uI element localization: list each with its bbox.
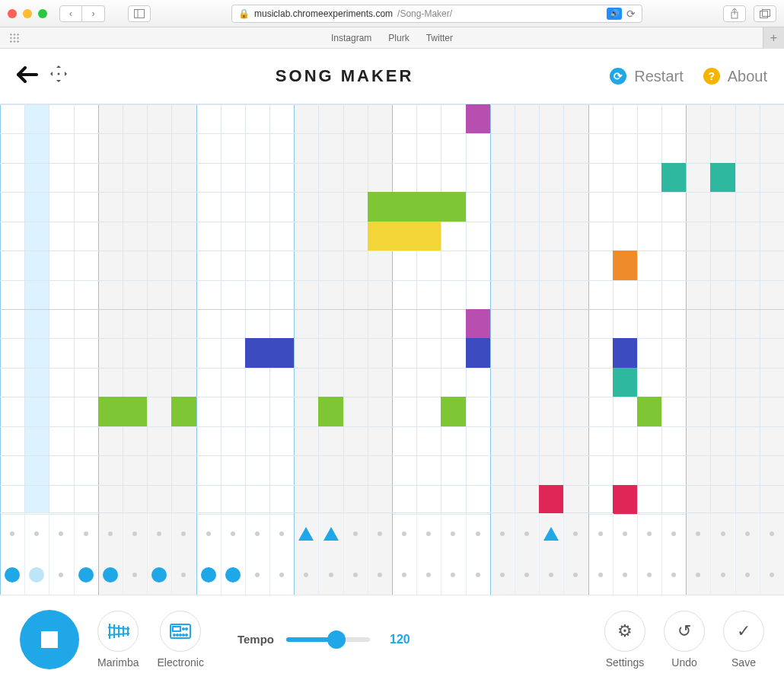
perc-cell-bottom[interactable] (671, 573, 676, 577)
perc-cell-top[interactable] (476, 531, 480, 536)
perc-cell-bottom[interactable] (524, 573, 529, 577)
perc-cell-bottom[interactable] (500, 573, 505, 577)
rhythm-instrument-button[interactable]: Electronic (157, 611, 203, 669)
app-back-button[interactable] (17, 64, 40, 88)
perc-cell-top[interactable] (323, 527, 339, 541)
perc-cell-bottom[interactable] (201, 567, 216, 582)
new-tab-button[interactable]: + (763, 27, 784, 49)
perc-cell-top[interactable] (696, 531, 700, 536)
perc-cell-top[interactable] (10, 531, 14, 536)
perc-cell-top[interactable] (132, 531, 137, 536)
favorite-link[interactable]: Instagram (331, 33, 371, 43)
perc-cell-bottom[interactable] (29, 567, 44, 582)
perc-cell-top[interactable] (255, 531, 260, 536)
minimize-window-icon[interactable] (23, 9, 32, 18)
perc-cell-bottom[interactable] (181, 573, 186, 577)
perc-cell-bottom[interactable] (647, 573, 652, 577)
perc-cell-top[interactable] (647, 531, 652, 536)
perc-cell-bottom[interactable] (598, 573, 603, 577)
note-cell[interactable] (661, 163, 686, 192)
close-window-icon[interactable] (8, 9, 17, 18)
note-cell[interactable] (416, 222, 441, 251)
perc-cell-bottom[interactable] (103, 567, 118, 582)
perc-cell-bottom[interactable] (225, 567, 241, 582)
note-cell[interactable] (613, 251, 637, 279)
perc-cell-bottom[interactable] (451, 573, 455, 577)
note-cell[interactable] (539, 485, 563, 514)
perc-cell-bottom[interactable] (745, 573, 750, 577)
note-cell[interactable] (368, 192, 392, 221)
reload-button[interactable]: ⟳ (626, 8, 636, 20)
show-tabs-button[interactable] (754, 5, 776, 22)
share-button[interactable] (723, 5, 746, 22)
perc-cell-bottom[interactable] (378, 573, 382, 577)
note-cell[interactable] (613, 485, 637, 514)
perc-cell-bottom[interactable] (279, 573, 284, 577)
settings-button[interactable]: ⚙ Settings (604, 611, 645, 669)
perc-cell-bottom[interactable] (549, 573, 553, 577)
note-cell[interactable] (613, 338, 637, 367)
address-bar[interactable]: 🔒 musiclab.chromeexperiments.com/Song-Ma… (231, 5, 642, 23)
perc-cell-top[interactable] (451, 531, 455, 536)
perc-cell-bottom[interactable] (770, 573, 774, 577)
note-cell[interactable] (392, 192, 416, 221)
perc-cell-bottom[interactable] (255, 573, 260, 577)
perc-cell-top[interactable] (298, 527, 314, 541)
note-cell[interactable] (466, 309, 490, 338)
note-cell[interactable] (613, 368, 637, 397)
perc-cell-top[interactable] (378, 531, 382, 536)
perc-cell-top[interactable] (157, 531, 161, 536)
favorite-link[interactable]: Twitter (426, 33, 453, 43)
sidebar-toggle-button[interactable] (128, 5, 151, 22)
perc-cell-bottom[interactable] (573, 573, 578, 577)
apps-grid-icon[interactable] (9, 33, 20, 43)
perc-cell-top[interactable] (745, 531, 750, 536)
melody-grid[interactable] (0, 104, 784, 513)
note-cell[interactable] (123, 397, 147, 426)
pan-tool-button[interactable] (49, 64, 79, 88)
perc-cell-top[interactable] (543, 527, 559, 541)
perc-cell-bottom[interactable] (402, 573, 406, 577)
note-cell[interactable] (392, 222, 416, 251)
perc-cell-top[interactable] (181, 531, 186, 536)
perc-cell-bottom[interactable] (78, 567, 94, 582)
undo-button[interactable]: ↺ Undo (664, 611, 705, 669)
perc-cell-top[interactable] (623, 531, 627, 536)
perc-cell-top[interactable] (108, 531, 113, 536)
perc-cell-top[interactable] (206, 531, 211, 536)
melody-instrument-button[interactable]: Marimba (97, 611, 139, 669)
perc-cell-bottom[interactable] (132, 573, 137, 577)
forward-button[interactable]: › (82, 5, 105, 22)
note-cell[interactable] (245, 338, 269, 367)
perc-cell-top[interactable] (279, 531, 284, 536)
perc-cell-top[interactable] (524, 531, 529, 536)
note-cell[interactable] (171, 397, 196, 426)
note-cell[interactable] (466, 338, 490, 367)
note-cell[interactable] (441, 397, 465, 426)
note-cell[interactable] (318, 397, 343, 426)
perc-cell-bottom[interactable] (353, 573, 358, 577)
perc-cell-top[interactable] (671, 531, 676, 536)
perc-cell-top[interactable] (84, 531, 88, 536)
perc-cell-top[interactable] (34, 531, 39, 536)
perc-cell-bottom[interactable] (329, 573, 333, 577)
perc-cell-bottom[interactable] (5, 567, 20, 582)
perc-cell-bottom[interactable] (304, 573, 308, 577)
perc-cell-bottom[interactable] (59, 573, 63, 577)
perc-cell-bottom[interactable] (151, 567, 167, 582)
perc-cell-top[interactable] (770, 531, 774, 536)
perc-cell-top[interactable] (353, 531, 358, 536)
perc-cell-top[interactable] (402, 531, 406, 536)
favorite-link[interactable]: Plurk (388, 33, 409, 43)
perc-cell-bottom[interactable] (721, 573, 725, 577)
play-stop-button[interactable] (20, 610, 79, 669)
back-button[interactable]: ‹ (59, 5, 82, 22)
perc-cell-top[interactable] (573, 531, 578, 536)
perc-cell-bottom[interactable] (623, 573, 627, 577)
perc-cell-top[interactable] (426, 531, 431, 536)
perc-cell-bottom[interactable] (476, 573, 480, 577)
about-button[interactable]: ? About (703, 68, 767, 85)
percussion-grid[interactable] (0, 513, 784, 595)
note-cell[interactable] (98, 397, 123, 426)
perc-cell-top[interactable] (231, 531, 235, 536)
